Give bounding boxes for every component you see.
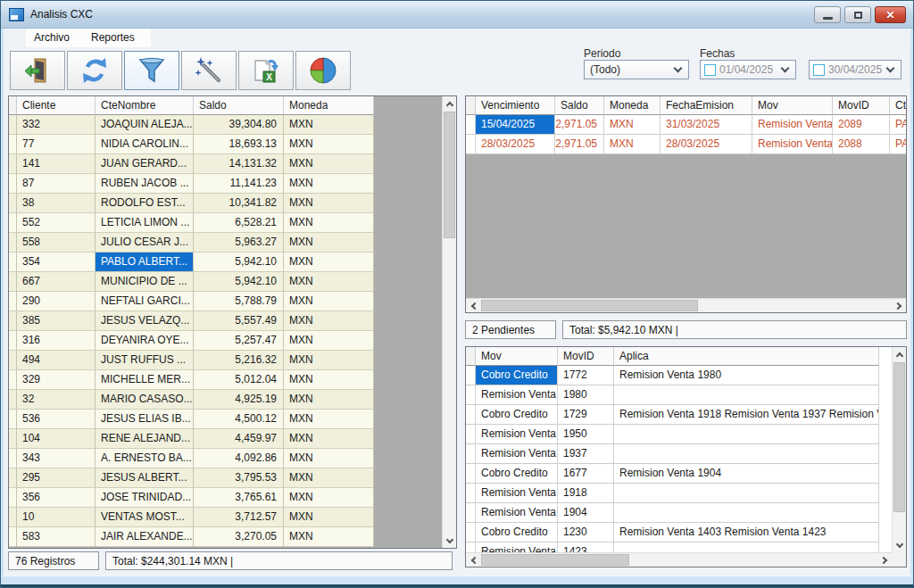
row-header-cell[interactable] [9,154,17,174]
table-cell[interactable]: MXN [604,115,661,135]
table-cell[interactable]: JESUS ALBERT... [96,468,194,488]
table-cell[interactable]: 4,459.97 [194,429,284,449]
table-cell[interactable]: MXN [284,135,374,154]
row-header-cell[interactable] [9,174,17,194]
row-header-cell[interactable] [9,429,17,449]
table-cell[interactable]: MXN [284,468,374,488]
table-cell[interactable]: 667 [17,272,96,292]
table-cell[interactable]: Cobro Credito [476,523,558,542]
row-header-cell[interactable] [466,366,476,385]
export-excel-button[interactable]: X [238,51,294,90]
table-cell[interactable]: 332 [17,115,96,135]
column-header[interactable]: MovID [833,96,890,115]
movements-vertical-scrollbar[interactable] [892,347,906,552]
table-cell[interactable]: 1950 [558,425,614,444]
table-cell[interactable]: 4,925.19 [194,390,284,410]
scrollbar-thumb[interactable] [893,362,905,512]
clients-vertical-scrollbar[interactable] [442,96,456,548]
table-cell[interactable]: RODOLFO EST... [96,194,194,213]
table-cell[interactable]: 2088 [833,135,890,154]
table-cell[interactable]: 552 [17,213,96,233]
menu-item-archivo[interactable]: Archivo [23,29,80,47]
movements-horizontal-scrollbar[interactable] [466,552,892,567]
table-cell[interactable]: MXN [284,213,374,233]
table-cell[interactable]: MXN [284,449,374,468]
row-header-cell[interactable] [9,272,17,292]
table-cell[interactable]: 31/03/2025 [661,115,752,135]
table-cell[interactable]: 5,942.10 [194,272,284,292]
close-button[interactable]: ✕ [875,6,906,23]
pie-chart-button[interactable] [295,51,351,90]
magic-wand-button[interactable] [181,51,237,90]
row-header-cell[interactable] [466,385,476,405]
table-cell[interactable]: MXN [284,508,374,527]
table-cell[interactable]: JOAQUIN ALEJA... [96,115,194,135]
table-cell[interactable]: Remision Venta [476,503,558,523]
table-cell[interactable]: 5,557.49 [194,311,284,331]
table-cell[interactable]: 290 [17,292,96,311]
fecha-fin-picker[interactable]: 30/04/2025 [809,60,902,79]
column-header[interactable]: Ct [890,96,907,115]
table-cell[interactable]: JAIR ALEXANDE... [96,527,194,547]
table-cell[interactable]: JULIO CESAR J... [96,233,194,253]
table-cell[interactable]: 494 [17,351,96,370]
row-header-cell[interactable] [466,523,476,542]
table-cell[interactable]: 32 [17,390,96,410]
table-cell[interactable]: RUBEN JACOB ... [96,174,194,194]
table-cell[interactable]: Remision Venta 1904 [614,464,879,484]
table-cell[interactable]: 536 [17,410,96,429]
scroll-left-button[interactable] [466,299,480,313]
table-cell[interactable]: 1918 [558,484,614,503]
table-cell[interactable]: 1772 [558,366,614,385]
column-header[interactable]: Saldo [555,96,604,115]
column-header[interactable]: FechaEmision [661,96,752,115]
fecha-inicio-picker[interactable]: 01/04/2025 [700,60,796,79]
table-cell[interactable]: MICHELLE MER... [96,370,194,390]
table-cell[interactable]: Remision Venta [476,385,558,405]
column-header[interactable]: Mov [476,347,558,366]
table-cell[interactable]: A. ERNESTO BA... [96,449,194,468]
table-cell[interactable]: MXN [284,174,374,194]
table-cell[interactable]: 1937 [558,444,614,464]
table-cell[interactable]: 343 [17,449,96,468]
table-cell[interactable]: 2,971.05 [555,135,604,154]
table-cell[interactable]: Remision Venta [752,135,833,154]
table-cell[interactable]: JESUS ELIAS IB... [96,410,194,429]
table-cell[interactable]: MUNICIPIO DE ... [96,272,194,292]
table-cell[interactable]: MXN [284,194,374,213]
table-cell[interactable]: Remision Venta [476,425,558,444]
row-header-cell[interactable] [466,464,476,484]
fecha-fin-checkbox[interactable] [813,64,825,76]
table-cell[interactable]: 18,693.13 [194,135,284,154]
table-cell[interactable]: MXN [284,429,374,449]
table-cell[interactable]: JUAN GERARD... [96,154,194,174]
table-cell[interactable]: 14,131.32 [194,154,284,174]
table-cell[interactable]: MXN [284,527,374,547]
row-header-cell[interactable] [9,253,17,272]
table-cell[interactable]: 87 [17,174,96,194]
table-cell[interactable]: 1677 [558,464,614,484]
scroll-down-button[interactable] [893,538,907,552]
column-header[interactable]: CteNombre [96,96,194,115]
table-cell[interactable]: 5,942.10 [194,253,284,272]
table-cell[interactable]: 5,216.32 [194,351,284,370]
table-cell[interactable]: 10,341.82 [194,194,284,213]
column-header[interactable]: Moneda [284,96,374,115]
table-cell[interactable]: 28/03/2025 [661,135,752,154]
table-cell[interactable]: 77 [17,135,96,154]
periodo-select[interactable]: (Todo) [584,60,689,79]
table-cell[interactable]: 4,092.86 [194,449,284,468]
scroll-up-button[interactable] [893,347,907,361]
table-cell[interactable]: Remision Venta 1403 Remision Venta 1423 [614,523,879,542]
scroll-left-button[interactable] [466,553,480,567]
table-cell[interactable]: JESUS VELAZQ... [96,311,194,331]
row-header-cell[interactable] [466,425,476,444]
scroll-right-button[interactable] [892,299,906,313]
table-cell[interactable]: 5,257.47 [194,331,284,351]
table-cell[interactable]: Remision Venta [476,484,558,503]
row-header-cell[interactable] [466,135,476,154]
row-header-cell[interactable] [9,135,17,154]
row-header-cell[interactable] [9,213,17,233]
table-cell[interactable]: Remision Venta [476,444,558,464]
row-header-cell[interactable] [466,484,476,503]
